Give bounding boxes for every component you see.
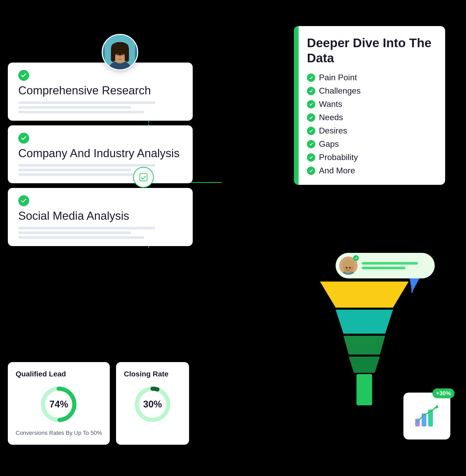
connector-circle bbox=[133, 167, 154, 188]
check-challenges bbox=[307, 87, 315, 95]
line-1 bbox=[18, 164, 155, 167]
qualified-lead-percent: 74% bbox=[49, 399, 68, 410]
list-item-pain: Pain Point bbox=[307, 73, 436, 82]
qualified-lead-card: Qualified Lead 74% Conversions Rates By … bbox=[8, 362, 110, 445]
growth-chart-icon bbox=[413, 402, 441, 430]
check-desires bbox=[307, 127, 315, 135]
company-analysis-card: Company And Industry Analysis bbox=[8, 125, 193, 184]
comprehensive-title: Comprehensive Research bbox=[18, 84, 180, 97]
avatar-top bbox=[102, 34, 138, 70]
deep-dive-content: Deeper Dive Into The Data Pain Point bbox=[294, 26, 445, 185]
check-icon-company bbox=[18, 133, 29, 144]
check-wants bbox=[307, 100, 315, 108]
social-lines bbox=[18, 227, 180, 239]
line-3 bbox=[18, 236, 144, 239]
line-3 bbox=[18, 173, 144, 176]
deep-dive-card: Deeper Dive Into The Data Pain Point bbox=[294, 26, 445, 185]
svg-marker-27 bbox=[320, 282, 409, 308]
list-item-desires: Desires bbox=[307, 126, 436, 136]
qualified-lead-subtitle: Conversions Rates By Up To 50% bbox=[16, 429, 102, 437]
svg-marker-29 bbox=[343, 336, 385, 355]
closing-rate-card: Closing Rate 30% bbox=[116, 362, 189, 445]
svg-point-26 bbox=[349, 267, 350, 268]
comprehensive-research-card: Comprehensive Research bbox=[8, 63, 193, 121]
main-container: Comprehensive Research Company And Indus… bbox=[0, 0, 466, 476]
message-line-1 bbox=[362, 262, 418, 265]
avatar-message-lines bbox=[362, 262, 424, 269]
growth-badge-card: +30% bbox=[403, 393, 450, 440]
check-needs bbox=[307, 113, 315, 122]
list-item-challenges: Challenges bbox=[307, 86, 436, 96]
growth-plus-label: +30% bbox=[432, 388, 455, 398]
check-pain bbox=[307, 74, 315, 82]
check-icon-comprehensive bbox=[18, 70, 29, 81]
qualified-lead-title: Qualified Lead bbox=[16, 370, 102, 378]
check-icon-social bbox=[18, 195, 29, 206]
deep-dive-title: Deeper Dive Into The Data bbox=[307, 35, 436, 65]
green-bar bbox=[294, 26, 299, 185]
company-title: Company And Industry Analysis bbox=[18, 147, 180, 160]
company-lines bbox=[18, 164, 180, 176]
line-3 bbox=[18, 111, 144, 113]
svg-point-15 bbox=[122, 53, 123, 54]
svg-point-22 bbox=[343, 260, 354, 268]
avatar-top-inner bbox=[103, 35, 137, 69]
svg-rect-31 bbox=[356, 374, 372, 405]
message-line-2 bbox=[362, 267, 406, 269]
closing-rate-title: Closing Rate bbox=[124, 370, 181, 378]
svg-rect-9 bbox=[111, 49, 115, 62]
svg-point-14 bbox=[117, 53, 118, 54]
comprehensive-lines bbox=[18, 101, 180, 113]
avatar-bottom-message bbox=[336, 253, 435, 278]
svg-marker-28 bbox=[336, 310, 393, 334]
svg-rect-10 bbox=[125, 49, 129, 62]
qualified-lead-donut: 74% bbox=[38, 383, 80, 425]
social-media-card: Social Media Analysis bbox=[8, 188, 193, 246]
line-2 bbox=[18, 106, 131, 109]
line-1 bbox=[18, 101, 155, 104]
avatar-bottom-wrapper bbox=[339, 257, 358, 275]
funnel-svg bbox=[312, 282, 416, 417]
line-2 bbox=[18, 169, 131, 171]
deep-dive-list: Pain Point Challenges bbox=[307, 73, 436, 175]
social-title: Social Media Analysis bbox=[18, 209, 180, 223]
line-1 bbox=[18, 227, 155, 229]
svg-rect-17 bbox=[140, 174, 147, 181]
closing-rate-percent: 30% bbox=[143, 399, 162, 410]
check-gaps bbox=[307, 140, 315, 148]
stats-cards: Qualified Lead 74% Conversions Rates By … bbox=[8, 362, 189, 445]
svg-point-16 bbox=[119, 56, 121, 57]
closing-rate-donut: 30% bbox=[132, 383, 173, 425]
svg-point-11 bbox=[111, 42, 129, 51]
line-2 bbox=[18, 231, 131, 234]
list-item-gaps: Gaps bbox=[307, 139, 436, 149]
list-item-probability: Probability bbox=[307, 152, 436, 162]
svg-point-25 bbox=[346, 267, 347, 268]
funnel-chart bbox=[312, 282, 416, 412]
check-more bbox=[307, 167, 315, 175]
list-item-needs: Needs bbox=[307, 113, 436, 122]
check-probability bbox=[307, 153, 315, 162]
list-item-more: And More bbox=[307, 166, 436, 175]
left-cards: Comprehensive Research Company And Indus… bbox=[8, 63, 193, 246]
svg-marker-30 bbox=[349, 357, 380, 373]
list-item-wants: Wants bbox=[307, 99, 436, 109]
avatar-check-badge bbox=[353, 255, 359, 261]
